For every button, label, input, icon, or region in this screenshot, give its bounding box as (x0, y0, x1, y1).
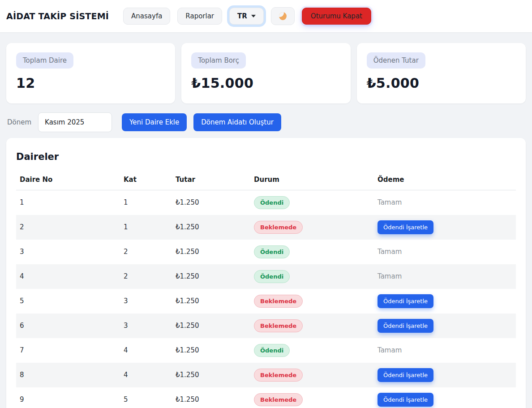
cell-durum: Ödendi (250, 190, 374, 215)
cell-tutar: ₺1.250 (172, 264, 250, 289)
status-badge: Ödendi (254, 245, 290, 258)
period-toolbar: Dönem Yeni Daire Ekle Dönem Aidatı Oluşt… (7, 112, 525, 132)
table-header-row: Daire No Kat Tutar Durum Ödeme (16, 173, 516, 190)
mark-paid-button[interactable]: Ödendi İşaretle (378, 368, 433, 382)
card-value: 12 (16, 75, 165, 91)
table-row: 8 4 ₺1.250 Beklemede Ödendi İşaretle (16, 363, 516, 387)
cell-daire-no: 4 (16, 264, 120, 289)
cell-tutar: ₺1.250 (172, 314, 250, 338)
cell-durum: Beklemede (250, 215, 374, 240)
payment-cell: Ödendi İşaretle (374, 363, 516, 387)
language-label: TR (237, 12, 247, 20)
summary-cards: Toplam Daire 12 Toplam Borç ₺15.000 Öden… (6, 43, 526, 103)
col-header-odeme: Ödeme (374, 173, 516, 190)
mark-paid-button[interactable]: Ödendi İşaretle (378, 319, 433, 333)
cell-daire-no: 2 (16, 215, 120, 240)
period-month-input[interactable] (38, 112, 112, 132)
payment-ok-label: Tamam (378, 248, 402, 256)
card-total-debt: Toplam Borç ₺15.000 (181, 43, 350, 103)
cell-durum: Beklemede (250, 363, 374, 387)
col-header-daire-no: Daire No (16, 173, 120, 190)
logout-button[interactable]: Oturumu Kapat (302, 8, 371, 25)
payment-cell: Ödendi İşaretle (374, 387, 516, 408)
cell-daire-no: 8 (16, 363, 120, 387)
mark-paid-button[interactable]: Ödendi İşaretle (378, 220, 433, 234)
cell-durum: Beklemede (250, 387, 374, 408)
cell-kat: 3 (120, 314, 172, 338)
payment-cell: Ödendi İşaretle (374, 314, 516, 338)
cell-durum: Beklemede (250, 314, 374, 338)
col-header-kat: Kat (120, 173, 172, 190)
cell-kat: 5 (120, 387, 172, 408)
payment-cell: Ödendi İşaretle (374, 215, 516, 240)
mark-paid-button[interactable]: Ödendi İşaretle (378, 393, 433, 407)
cell-kat: 2 (120, 240, 172, 264)
table-row: 9 5 ₺1.250 Beklemede Ödendi İşaretle (16, 387, 516, 408)
table-row: 7 4 ₺1.250 Ödendi Tamam (16, 338, 516, 363)
reports-button[interactable]: Raporlar (177, 8, 222, 25)
payment-ok-label: Tamam (378, 272, 402, 280)
table-row: 2 1 ₺1.250 Beklemede Ödendi İşaretle (16, 215, 516, 240)
table-row: 6 3 ₺1.250 Beklemede Ödendi İşaretle (16, 314, 516, 338)
status-badge: Beklemede (254, 393, 303, 406)
payment-ok-label: Tamam (378, 198, 402, 206)
theme-toggle-button[interactable] (271, 7, 295, 25)
cell-kat: 3 (120, 289, 172, 314)
payment-cell: Tamam (374, 338, 516, 363)
cell-durum: Ödendi (250, 264, 374, 289)
table-body: 1 1 ₺1.250 Ödendi Tamam 2 1 ₺1.250 Bekle… (16, 190, 516, 408)
col-header-tutar: Tutar (172, 173, 250, 190)
payment-cell: Ödendi İşaretle (374, 289, 516, 314)
cell-daire-no: 6 (16, 314, 120, 338)
cell-durum: Beklemede (250, 289, 374, 314)
status-badge: Ödendi (254, 344, 290, 357)
cell-kat: 1 (120, 215, 172, 240)
cell-daire-no: 5 (16, 289, 120, 314)
card-paid-amount: Ödenen Tutar ₺5.000 (357, 43, 526, 103)
cell-durum: Ödendi (250, 240, 374, 264)
status-badge: Beklemede (254, 369, 303, 382)
add-unit-button[interactable]: Yeni Daire Ekle (122, 113, 187, 131)
cell-kat: 2 (120, 264, 172, 289)
cell-tutar: ₺1.250 (172, 215, 250, 240)
table-row: 1 1 ₺1.250 Ödendi Tamam (16, 190, 516, 215)
cell-tutar: ₺1.250 (172, 289, 250, 314)
table-row: 5 3 ₺1.250 Beklemede Ödendi İşaretle (16, 289, 516, 314)
status-badge: Ödendi (254, 270, 290, 283)
language-dropdown[interactable]: TR (229, 8, 264, 25)
cell-daire-no: 3 (16, 240, 120, 264)
status-badge: Beklemede (254, 221, 303, 234)
cell-daire-no: 7 (16, 338, 120, 363)
cell-tutar: ₺1.250 (172, 338, 250, 363)
col-header-durum: Durum (250, 173, 374, 190)
cell-daire-no: 9 (16, 387, 120, 408)
home-button[interactable]: Anasayfa (123, 8, 170, 25)
create-period-dues-button[interactable]: Dönem Aidatı Oluştur (193, 113, 281, 131)
cell-daire-no: 1 (16, 190, 120, 215)
card-label-badge: Toplam Daire (16, 52, 73, 69)
units-table-card: Daireler Daire No Kat Tutar Durum Ödeme … (6, 138, 526, 408)
card-label-badge: Ödenen Tutar (367, 52, 425, 69)
status-badge: Ödendi (254, 196, 290, 209)
cell-tutar: ₺1.250 (172, 190, 250, 215)
chevron-down-icon (251, 15, 256, 17)
table-row: 4 2 ₺1.250 Ödendi Tamam (16, 264, 516, 289)
card-label-badge: Toplam Borç (191, 52, 246, 69)
card-value: ₺15.000 (191, 75, 340, 91)
payment-cell: Tamam (374, 264, 516, 289)
cell-durum: Ödendi (250, 338, 374, 363)
status-badge: Beklemede (254, 295, 303, 308)
cell-tutar: ₺1.250 (172, 240, 250, 264)
app-title: AİDAT TAKİP SİSTEMİ (6, 11, 109, 21)
cell-kat: 4 (120, 363, 172, 387)
navbar: AİDAT TAKİP SİSTEMİ Anasayfa Raporlar TR… (0, 0, 532, 32)
table-title: Daireler (16, 151, 516, 162)
payment-ok-label: Tamam (378, 346, 402, 354)
card-value: ₺5.000 (367, 75, 516, 91)
mark-paid-button[interactable]: Ödendi İşaretle (378, 294, 433, 308)
card-total-units: Toplam Daire 12 (6, 43, 175, 103)
cell-tutar: ₺1.250 (172, 363, 250, 387)
units-table: Daire No Kat Tutar Durum Ödeme 1 1 ₺1.25… (16, 173, 516, 408)
period-label: Dönem (7, 118, 31, 126)
moon-icon (279, 12, 287, 20)
